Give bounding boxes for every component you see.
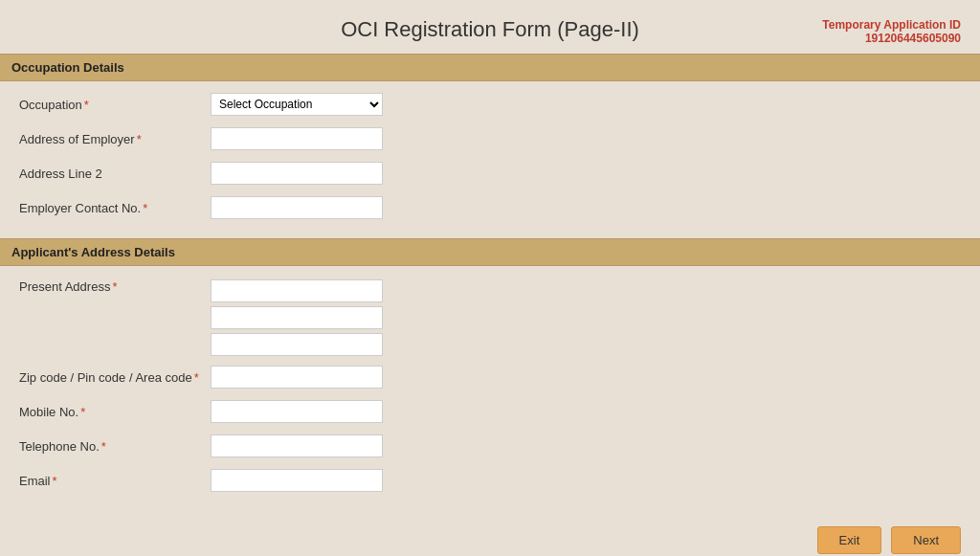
occupation-label: Occupation* xyxy=(19,98,211,112)
employer-contact-input[interactable] xyxy=(211,196,383,219)
occupation-section-header: Occupation Details xyxy=(0,54,980,81)
header: OCI Registration Form (Page-II) Temporar… xyxy=(0,0,980,54)
address-line2-input[interactable] xyxy=(211,162,383,185)
address-line2-row: Address Line 2 xyxy=(19,160,961,187)
telephone-required: * xyxy=(101,439,106,454)
mobile-required: * xyxy=(80,405,85,419)
footer-buttons: Exit Next xyxy=(0,511,980,556)
email-input[interactable] xyxy=(211,469,383,492)
address-employer-input[interactable] xyxy=(211,127,383,150)
present-address-input-1[interactable] xyxy=(211,279,383,302)
occupation-row: Occupation* Select Occupation xyxy=(19,91,961,118)
address-employer-required: * xyxy=(137,132,142,146)
present-address-row: Present Address* xyxy=(19,276,961,356)
temp-app-id-label: Temporary Application ID xyxy=(822,18,961,32)
email-label: Email* xyxy=(19,474,211,488)
address-form-section: Present Address* Zip code / Pin code / A… xyxy=(0,266,980,511)
zip-required: * xyxy=(194,370,199,385)
present-address-required: * xyxy=(112,279,117,294)
zip-row: Zip code / Pin code / Area code* xyxy=(19,364,961,390)
zip-input[interactable] xyxy=(211,366,383,389)
email-required: * xyxy=(53,474,57,488)
occupation-required: * xyxy=(84,98,89,112)
telephone-input[interactable] xyxy=(211,434,383,457)
occupation-select[interactable]: Select Occupation xyxy=(211,93,383,116)
temp-app-id-value: 191206445605090 xyxy=(822,32,961,45)
email-row: Email* xyxy=(19,467,961,494)
exit-button[interactable]: Exit xyxy=(817,526,882,554)
page-title: OCI Registration Form (Page-II) xyxy=(19,17,961,42)
temp-app-id-block: Temporary Application ID 191206445605090 xyxy=(822,17,961,45)
page-wrapper: OCI Registration Form (Page-II) Temporar… xyxy=(0,0,980,556)
address-section-header: Applicant's Address Details xyxy=(0,238,980,266)
telephone-label: Telephone No.* xyxy=(19,439,211,454)
address-employer-label: Address of Employer* xyxy=(19,132,211,146)
mobile-row: Mobile No.* xyxy=(19,398,961,425)
zip-label: Zip code / Pin code / Area code* xyxy=(19,370,211,385)
telephone-row: Telephone No.* xyxy=(19,433,961,459)
employer-contact-required: * xyxy=(143,201,147,215)
address-line2-label: Address Line 2 xyxy=(19,167,211,181)
present-address-inputs xyxy=(211,279,383,356)
employer-contact-row: Employer Contact No.* xyxy=(19,194,961,221)
employer-contact-label: Employer Contact No.* xyxy=(19,201,211,215)
occupation-form-section: Occupation* Select Occupation Address of… xyxy=(0,81,980,238)
next-button[interactable]: Next xyxy=(891,526,961,554)
mobile-input[interactable] xyxy=(211,400,383,423)
mobile-label: Mobile No.* xyxy=(19,405,211,419)
present-address-input-3[interactable] xyxy=(211,333,383,356)
address-employer-row: Address of Employer* xyxy=(19,125,961,152)
present-address-input-2[interactable] xyxy=(211,306,383,329)
present-address-label: Present Address* xyxy=(19,279,211,294)
